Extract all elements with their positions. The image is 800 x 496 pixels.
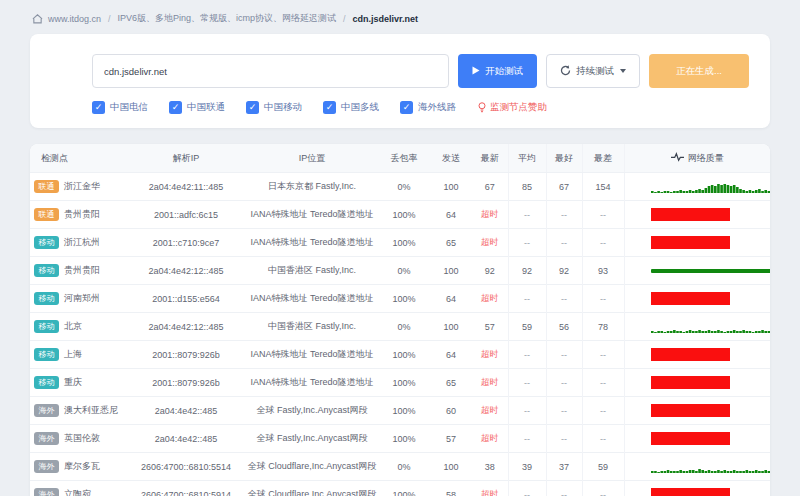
loss-rate-cell: 100% — [378, 201, 430, 229]
checkbox-checked-icon[interactable]: ✓ — [246, 101, 259, 114]
loss-rate-cell: 0% — [378, 173, 430, 201]
resolved-ip-cell: 2a04:4e42::485 — [126, 397, 246, 425]
breadcrumb-separator: / — [106, 14, 113, 24]
breadcrumb-site[interactable]: www.itdog.cn — [48, 14, 101, 24]
ip-location-cell: IANA特殊地址 Teredo隧道地址 — [246, 341, 378, 369]
checkbox-checked-icon[interactable]: ✓ — [323, 101, 336, 114]
resolved-ip-cell: 2001::adfc:6c15 — [126, 201, 246, 229]
line-option-0[interactable]: ✓中国电信 — [92, 101, 148, 114]
quality-cell — [624, 453, 770, 481]
results-table-card: 检测点 解析IP IP位置 丢包率 发送 最新 平均 最好 最差 网络 — [30, 144, 770, 496]
chevron-down-icon — [620, 69, 626, 73]
loss-rate-cell: 100% — [378, 229, 430, 257]
avg-cell: -- — [508, 201, 546, 229]
best-cell: 56 — [546, 313, 582, 341]
ip-location-cell: 全球 Cloudflare,Inc.Anycast网段 — [246, 453, 378, 481]
quality-red-bar — [651, 292, 730, 305]
page: www.itdog.cn / IPV6版、多地Ping、常规版、icmp协议、网… — [30, 0, 770, 496]
continuous-test-label: 持续测试 — [576, 65, 614, 78]
node-cell: 移动上海 — [30, 341, 126, 369]
quality-sparkline — [651, 320, 771, 334]
quality-red-bar — [651, 348, 730, 361]
ip-location-cell: IANA特殊地址 Teredo隧道地址 — [246, 285, 378, 313]
controls-row: 开始测试 持续测试 正在生成... — [92, 54, 730, 88]
carrier-badge: 移动 — [34, 320, 59, 333]
loss-rate-cell: 0% — [378, 453, 430, 481]
ip-location-cell: 日本东京都 Fastly,Inc. — [246, 173, 378, 201]
line-option-label: 海外线路 — [418, 101, 456, 114]
quality-cell — [624, 257, 770, 285]
latest-cell: 超时 — [472, 425, 508, 453]
latest-cell: 超时 — [472, 201, 508, 229]
node-cell: 联通贵州贵阳 — [30, 201, 126, 229]
carrier-badge: 移动 — [34, 376, 59, 389]
best-cell: -- — [546, 397, 582, 425]
sent-count-cell: 64 — [430, 285, 472, 313]
avg-cell: 59 — [508, 313, 546, 341]
sponsor-label: 监测节点赞助 — [490, 101, 547, 114]
host-input[interactable] — [92, 54, 449, 88]
line-option-3[interactable]: ✓中国多线 — [323, 101, 379, 114]
loss-rate-cell: 100% — [378, 397, 430, 425]
node-name: 浙江金华 — [64, 181, 100, 191]
results-tbody: 联通浙江金华2a04:4e42:11::485日本东京都 Fastly,Inc.… — [30, 173, 770, 496]
checkbox-checked-icon[interactable]: ✓ — [169, 101, 182, 114]
sent-count-cell: 57 — [430, 425, 472, 453]
col-header-node: 检测点 — [30, 144, 126, 173]
sent-count-cell: 65 — [430, 229, 472, 257]
line-option-4[interactable]: ✓海外线路 — [400, 101, 456, 114]
sent-count-cell: 58 — [430, 481, 472, 496]
col-header-quality: 网络质量 — [624, 144, 770, 173]
carrier-badge: 海外 — [34, 488, 59, 496]
home-icon — [32, 13, 43, 24]
best-cell: -- — [546, 229, 582, 257]
latest-cell: 超时 — [472, 285, 508, 313]
worst-cell: -- — [582, 229, 624, 257]
checkbox-checked-icon[interactable]: ✓ — [400, 101, 413, 114]
sponsor-link[interactable]: 监测节点赞助 — [477, 101, 547, 114]
carrier-badge: 海外 — [34, 432, 59, 445]
worst-cell: -- — [582, 201, 624, 229]
node-cell: 移动重庆 — [30, 369, 126, 397]
lightbulb-icon — [477, 101, 487, 114]
line-option-2[interactable]: ✓中国移动 — [246, 101, 302, 114]
start-test-button[interactable]: 开始测试 — [458, 54, 537, 88]
node-name: 重庆 — [64, 377, 82, 387]
resolved-ip-cell: 2001::d155:e564 — [126, 285, 246, 313]
avg-cell: 39 — [508, 453, 546, 481]
breadcrumb-section[interactable]: IPV6版、多地Ping、常规版、icmp协议、网络延迟测试 — [118, 12, 337, 25]
node-cell: 海外澳大利亚悉尼 — [30, 397, 126, 425]
start-test-label: 开始测试 — [485, 65, 523, 78]
checkbox-checked-icon[interactable]: ✓ — [92, 101, 105, 114]
results-table: 检测点 解析IP IP位置 丢包率 发送 最新 平均 最好 最差 网络 — [30, 144, 770, 496]
best-cell: -- — [546, 285, 582, 313]
worst-cell: -- — [582, 397, 624, 425]
breadcrumb-target: cdn.jsdelivr.net — [353, 14, 419, 24]
node-cell: 移动北京 — [30, 313, 126, 341]
node-cell: 联通浙江金华 — [30, 173, 126, 201]
quality-red-bar — [651, 376, 730, 389]
carrier-badge: 海外 — [34, 404, 59, 417]
worst-cell: -- — [582, 285, 624, 313]
avg-cell: -- — [508, 229, 546, 257]
line-option-1[interactable]: ✓中国联通 — [169, 101, 225, 114]
node-cell: 海外摩尔多瓦 — [30, 453, 126, 481]
resolved-ip-cell: 2a04:4e42::485 — [126, 425, 246, 453]
sent-count-cell: 100 — [430, 257, 472, 285]
play-icon — [472, 66, 480, 77]
table-row: 联通贵州贵阳2001::adfc:6c15IANA特殊地址 Teredo隧道地址… — [30, 201, 770, 229]
quality-red-bar — [651, 488, 730, 496]
breadcrumb: www.itdog.cn / IPV6版、多地Ping、常规版、icmp协议、网… — [30, 0, 770, 34]
resolved-ip-cell: 2606:4700::6810:5914 — [126, 481, 246, 496]
best-cell: -- — [546, 201, 582, 229]
resolved-ip-cell: 2606:4700::6810:5514 — [126, 453, 246, 481]
sent-count-cell: 64 — [430, 201, 472, 229]
resolved-ip-cell: 2a04:4e42:12::485 — [126, 313, 246, 341]
continuous-test-button[interactable]: 持续测试 — [546, 54, 640, 88]
quality-cell — [624, 425, 770, 453]
carrier-badge: 联通 — [34, 180, 59, 193]
node-name: 摩尔多瓦 — [64, 461, 100, 471]
sent-count-cell: 100 — [430, 313, 472, 341]
col-header-ip: 解析IP — [126, 144, 246, 173]
node-cell: 移动浙江杭州 — [30, 229, 126, 257]
